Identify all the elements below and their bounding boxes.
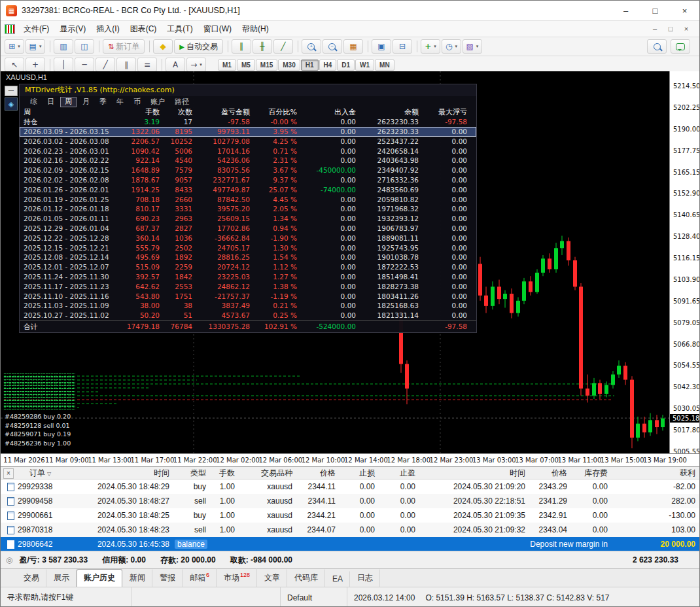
menu-insert[interactable]: 插入(I)	[91, 22, 124, 36]
status-profile[interactable]: Default	[281, 587, 347, 607]
tile-windows-button[interactable]: ▦	[343, 39, 363, 54]
tab-summary[interactable]: 综	[26, 97, 41, 107]
stats-row[interactable]: 2026.01.12 - 2026.01.18810.17333139575.2…	[20, 204, 476, 214]
column-header[interactable]: 获利	[613, 467, 700, 479]
order-row[interactable]: 299094582024.05.30 18:48:27sell1.00xauus…	[1, 494, 700, 508]
tab-path[interactable]: 路径	[171, 97, 193, 107]
stats-row[interactable]: 2026.01.19 - 2026.01.25708.18266087842.5…	[20, 195, 476, 205]
metaeditor-button[interactable]: ◆	[153, 39, 173, 54]
timeframe-m5-button[interactable]: M5	[237, 60, 255, 71]
fibonacci-button[interactable]: ≡	[137, 58, 157, 72]
stats-row[interactable]: 2025.12.01 - 2025.12.07515.09225920724.1…	[20, 262, 476, 272]
tab-journal[interactable]: 日志	[350, 569, 380, 587]
tab-month[interactable]: 月	[79, 97, 94, 107]
stats-row[interactable]: 2025.11.17 - 2025.11.23642.62255324862.1…	[20, 282, 476, 292]
stats-row[interactable]: 2026.03.02 - 2026.03.082206.571025210277…	[20, 137, 476, 147]
chart-close-button[interactable]: ×	[681, 25, 691, 33]
tab-news[interactable]: 新闻	[122, 569, 152, 587]
tile-horizontal-button[interactable]: ⊟	[393, 39, 412, 54]
tab-market[interactable]: 市场128	[217, 568, 257, 587]
tab-ea[interactable]: EA	[325, 571, 350, 587]
autotrading-button[interactable]: ▶自动交易	[174, 39, 223, 54]
stats-row[interactable]: 2026.03.09 - 2026.03.151322.06819599793.…	[20, 127, 476, 137]
cursor-button[interactable]: ↖	[5, 58, 24, 72]
stats-row[interactable]: 2025.11.24 - 2025.11.30392.57184223225.0…	[20, 272, 476, 282]
minimize-button[interactable]: –	[611, 1, 640, 20]
chart-line-button[interactable]: ╱	[273, 39, 293, 54]
data-window-button[interactable]: ◫	[75, 39, 94, 54]
maximize-button[interactable]: □	[640, 1, 670, 20]
tab-quarter[interactable]: 季	[96, 97, 111, 107]
stats-row[interactable]: 2026.02.09 - 2026.02.151648.89757983075.…	[20, 165, 476, 175]
tab-trade[interactable]: 交易	[16, 569, 46, 587]
panel-logo-icon[interactable]	[5, 97, 18, 111]
order-row[interactable]: 298703182024.05.30 18:48:23sell1.00xauus…	[1, 523, 700, 537]
menu-file[interactable]: 文件(F)	[18, 22, 54, 36]
stats-row[interactable]: 2025.10.27 - 2025.11.0250.20514573.670.2…	[20, 311, 476, 321]
timeframe-w1-button[interactable]: W1	[355, 60, 374, 71]
channel-button[interactable]: ∥	[116, 58, 136, 72]
chart-bars-button[interactable]: ‖	[232, 39, 251, 54]
column-header[interactable]: 时间	[421, 467, 531, 479]
timeframe-d1-button[interactable]: D1	[337, 60, 355, 71]
column-header[interactable]: 时间	[66, 467, 175, 479]
column-header[interactable]: 价格	[531, 467, 572, 479]
tab-currency[interactable]: 币	[130, 97, 145, 107]
chart-area[interactable]: XAUUSD,H1 一 #48259286 buy 0.20#48259128 …	[1, 71, 700, 466]
menu-window[interactable]: 窗口(W)	[198, 22, 237, 36]
column-header[interactable]: 类型	[175, 467, 211, 479]
column-header[interactable]: 交易品种	[240, 467, 298, 479]
tab-year[interactable]: 年	[113, 97, 128, 107]
panel-minimize-button[interactable]: 一	[5, 86, 18, 96]
column-header[interactable]: 手数	[211, 467, 240, 479]
balance-row[interactable]: 298066422024.05.30 16:45:38balanceDeposi…	[1, 537, 700, 551]
market-watch-button[interactable]: ▥	[54, 39, 73, 54]
menu-view[interactable]: 显示(V)	[54, 22, 91, 36]
tab-articles[interactable]: 文章	[257, 569, 287, 587]
column-header[interactable]: 价格	[298, 467, 341, 479]
vertical-line-button[interactable]: │	[54, 58, 73, 72]
timeframe-mn-button[interactable]: MN	[375, 60, 394, 71]
column-header[interactable]: 库存费	[572, 467, 613, 479]
stats-row[interactable]: 2026.01.26 - 2026.02.011914.258433497749…	[20, 185, 476, 195]
new-order-button[interactable]: ⇅新订单	[103, 39, 145, 54]
tab-mailbox[interactable]: 邮箱6	[183, 568, 217, 587]
tab-alerts[interactable]: 警报	[152, 569, 183, 587]
close-button[interactable]: ×	[670, 1, 699, 20]
stats-row[interactable]: 2026.02.23 - 2026.03.011090.42500617014.…	[20, 147, 476, 156]
crosshair-button[interactable]: +	[26, 58, 45, 72]
stats-row[interactable]: 2026.01.05 - 2026.01.11690.23296325609.1…	[20, 214, 476, 224]
terminal-close-button[interactable]: ×	[3, 468, 14, 479]
column-header[interactable]: 止损	[341, 467, 380, 479]
stats-row[interactable]: 2025.12.08 - 2025.12.14495.69189228816.2…	[20, 252, 476, 262]
chart-restore-button[interactable]: □	[665, 25, 676, 33]
chat-button[interactable]	[671, 39, 690, 54]
tab-day[interactable]: 日	[43, 97, 58, 107]
templates-button[interactable]: ▧▾	[463, 39, 482, 54]
menu-charts[interactable]: 图表(C)	[125, 22, 162, 36]
stats-row[interactable]: 2025.12.22 - 2025.12.28360.141036-36662.…	[20, 234, 476, 243]
order-row[interactable]: 299293382024.05.30 18:48:29buy1.00xauusd…	[1, 479, 700, 494]
stats-row[interactable]: 2025.11.03 - 2025.11.0938.00383837.490.2…	[20, 301, 476, 311]
timeframe-m15-button[interactable]: M15	[256, 60, 277, 71]
timeframe-h4-button[interactable]: H4	[319, 60, 337, 71]
profiles-button[interactable]: ▤▾	[26, 39, 45, 54]
search-button[interactable]	[647, 39, 667, 54]
tab-exposure[interactable]: 展示	[46, 569, 77, 587]
stats-row[interactable]: 2026.02.02 - 2026.02.081878.679057232771…	[20, 175, 476, 185]
tab-account-history[interactable]: 账户历史	[77, 569, 122, 587]
chart-minimize-button[interactable]: –	[650, 25, 660, 33]
stats-row[interactable]: 2025.11.10 - 2025.11.16543.801751-21757.…	[20, 292, 476, 302]
menu-help[interactable]: 帮助(H)	[237, 22, 274, 36]
periods-button[interactable]: ◷▾	[442, 39, 461, 54]
cascade-windows-button[interactable]: ▣	[372, 39, 391, 54]
tab-week[interactable]: 周	[60, 97, 77, 107]
new-chart-button[interactable]: ⊞▾	[5, 39, 24, 54]
tab-account[interactable]: 账户	[147, 97, 169, 107]
timeframe-m1-button[interactable]: M1	[218, 60, 236, 71]
column-header[interactable]: 止盈	[380, 467, 421, 479]
text-button[interactable]: A	[166, 58, 185, 72]
trendline-button[interactable]: ╱	[96, 58, 115, 72]
timeframe-m30-button[interactable]: M30	[278, 60, 300, 71]
indicators-button[interactable]: +▾	[421, 39, 440, 54]
